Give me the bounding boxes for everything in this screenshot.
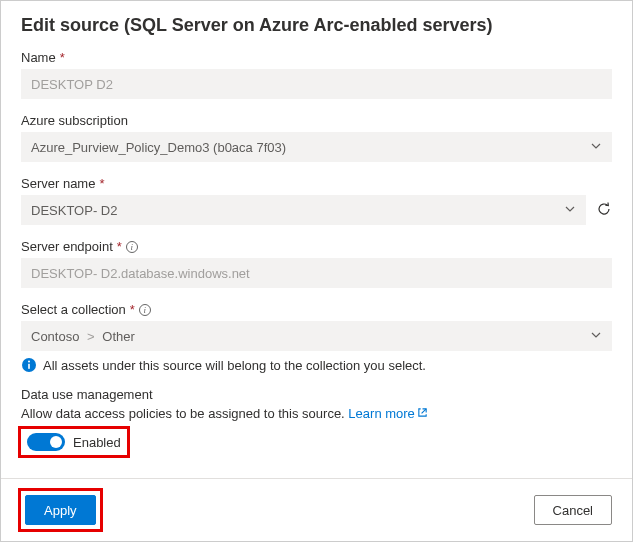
field-server-name: Server name * DESKTOP- D2: [21, 176, 612, 225]
required-asterisk: *: [60, 50, 65, 65]
endpoint-value: DESKTOP- D2.database.windows.net: [31, 266, 250, 281]
footer: Apply Cancel: [1, 478, 632, 541]
info-icon[interactable]: i: [139, 304, 151, 316]
server-name-value: DESKTOP- D2: [31, 203, 117, 218]
collection-label: Select a collection: [21, 302, 126, 317]
name-value: DESKTOP D2: [31, 77, 113, 92]
name-label: Name: [21, 50, 56, 65]
required-asterisk: *: [99, 176, 104, 191]
chevron-down-icon: [564, 203, 576, 218]
apply-button[interactable]: Apply: [25, 495, 96, 525]
dum-toggle[interactable]: [27, 433, 65, 451]
learn-more-link[interactable]: Learn more: [348, 406, 427, 421]
collection-select[interactable]: Contoso > Other: [21, 321, 612, 351]
panel-title: Edit source (SQL Server on Azure Arc-ena…: [21, 15, 612, 36]
svg-point-2: [28, 361, 30, 363]
name-input[interactable]: DESKTOP D2: [21, 69, 612, 99]
dum-heading: Data use management: [21, 387, 612, 402]
dum-toggle-state: Enabled: [73, 435, 121, 450]
required-asterisk: *: [117, 239, 122, 254]
endpoint-label: Server endpoint: [21, 239, 113, 254]
section-data-use-management: Data use management Allow data access po…: [21, 387, 612, 455]
apply-highlight: Apply: [21, 491, 100, 529]
field-collection: Select a collection * i Contoso > Other …: [21, 302, 612, 373]
field-name: Name * DESKTOP D2: [21, 50, 612, 99]
external-link-icon: [417, 406, 428, 421]
dum-toggle-container: Enabled: [21, 429, 127, 455]
chevron-down-icon: [590, 140, 602, 155]
endpoint-input[interactable]: DESKTOP- D2.database.windows.net: [21, 258, 612, 288]
info-icon[interactable]: i: [126, 241, 138, 253]
subscription-label: Azure subscription: [21, 113, 128, 128]
collection-breadcrumb: Contoso > Other: [31, 329, 135, 344]
subscription-value: Azure_Purview_Policy_Demo3 (b0aca 7f03): [31, 140, 286, 155]
info-badge-icon: [21, 357, 37, 373]
chevron-down-icon: [590, 329, 602, 344]
server-name-label: Server name: [21, 176, 95, 191]
breadcrumb-root: Contoso: [31, 329, 79, 344]
breadcrumb-leaf: Other: [102, 329, 135, 344]
svg-rect-1: [28, 364, 30, 369]
refresh-icon[interactable]: [596, 201, 612, 220]
field-endpoint: Server endpoint * i DESKTOP- D2.database…: [21, 239, 612, 288]
required-asterisk: *: [130, 302, 135, 317]
dum-description: Allow data access policies to be assigne…: [21, 406, 345, 421]
subscription-select[interactable]: Azure_Purview_Policy_Demo3 (b0aca 7f03): [21, 132, 612, 162]
collection-helper-text: All assets under this source will belong…: [43, 358, 426, 373]
breadcrumb-separator: >: [87, 329, 95, 344]
server-name-select[interactable]: DESKTOP- D2: [21, 195, 586, 225]
learn-more-text: Learn more: [348, 406, 414, 421]
field-subscription: Azure subscription Azure_Purview_Policy_…: [21, 113, 612, 162]
cancel-button[interactable]: Cancel: [534, 495, 612, 525]
